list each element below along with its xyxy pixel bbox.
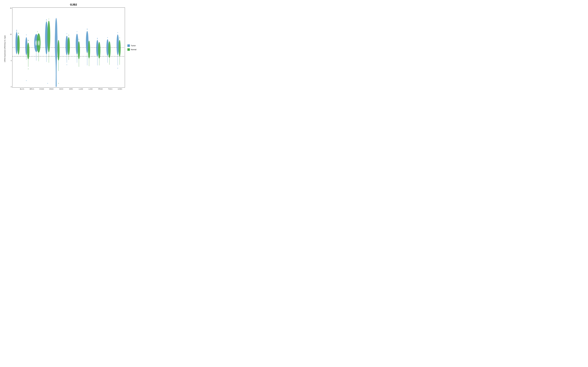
svg-point-14 bbox=[26, 80, 26, 81]
y-tick-0: 0 bbox=[11, 86, 12, 88]
svg-point-28 bbox=[37, 32, 38, 32]
plot-area-wrapper: 15 10 5 0 bbox=[7, 8, 145, 90]
svg-point-40 bbox=[58, 83, 59, 84]
svg-point-44 bbox=[67, 65, 67, 65]
svg-point-6 bbox=[17, 31, 17, 32]
legend-box-normal bbox=[127, 48, 130, 51]
violin-svg bbox=[12, 8, 125, 87]
svg-point-73 bbox=[117, 33, 118, 33]
svg-point-53 bbox=[79, 39, 79, 40]
svg-point-77 bbox=[120, 38, 120, 38]
svg-point-19 bbox=[28, 69, 28, 69]
plot-and-legend: Tumor Normal bbox=[12, 8, 145, 88]
y-tick-10: 10 bbox=[10, 34, 12, 35]
svg-point-36 bbox=[47, 83, 48, 84]
x-tick-coad: COAD bbox=[37, 88, 47, 90]
chart-body: mRNA Expression (RNASeq V2, log2) 15 10 … bbox=[2, 8, 145, 90]
x-tick-kirc: KIRC bbox=[66, 88, 76, 90]
y-axis-label: mRNA Expression (RNASeq V2, log2) bbox=[4, 35, 6, 62]
plot-with-yaxis: 15 10 5 0 bbox=[7, 8, 145, 88]
svg-point-50 bbox=[77, 32, 77, 32]
x-tick-luad: LUAD bbox=[76, 88, 86, 90]
x-tick-hnsc: HNSC bbox=[47, 88, 56, 90]
chart-container: GJB2 mRNA Expression (RNASeq V2, log2) 1… bbox=[2, 2, 145, 90]
svg-point-62 bbox=[97, 38, 98, 39]
legend-item-normal: Normal bbox=[127, 48, 145, 51]
svg-point-74 bbox=[117, 68, 118, 68]
x-tick-kich: KICH bbox=[56, 88, 66, 90]
y-axis: 15 10 5 0 bbox=[7, 8, 12, 88]
y-tick-5: 5 bbox=[11, 60, 12, 61]
legend-box-tumor bbox=[127, 44, 130, 47]
svg-point-35 bbox=[49, 19, 49, 19]
svg-point-4 bbox=[17, 30, 17, 30]
x-tick-brca: BRCA bbox=[27, 88, 37, 90]
svg-point-47 bbox=[69, 35, 69, 35]
x-tick-blca: BLCA bbox=[17, 88, 27, 90]
x-tick-prad: PRAD bbox=[95, 88, 105, 90]
y-axis-label-container: mRNA Expression (RNASeq V2, log2) bbox=[2, 8, 7, 90]
x-tick-lusc: LUSC bbox=[86, 88, 95, 90]
legend: Tumor Normal bbox=[125, 8, 145, 88]
chart-title: GJB2 bbox=[70, 3, 77, 6]
svg-point-68 bbox=[107, 37, 108, 38]
svg-rect-27 bbox=[38, 41, 40, 45]
svg-point-5 bbox=[17, 30, 17, 31]
x-axis: BLCA BRCA COAD HNSC KICH KIRC LUAD LUSC … bbox=[17, 88, 125, 90]
y-tick-15: 15 bbox=[10, 8, 12, 9]
legend-label-tumor: Tumor bbox=[131, 45, 136, 47]
legend-label-normal: Normal bbox=[131, 49, 136, 50]
svg-point-13 bbox=[26, 35, 26, 35]
svg-point-63 bbox=[97, 38, 98, 39]
x-tick-ucec: UCEC bbox=[115, 88, 125, 90]
plot-canvas bbox=[12, 8, 125, 88]
x-tick-thca: THCA bbox=[105, 88, 115, 90]
svg-point-43 bbox=[67, 33, 67, 34]
legend-item-tumor: Tumor bbox=[127, 44, 145, 47]
